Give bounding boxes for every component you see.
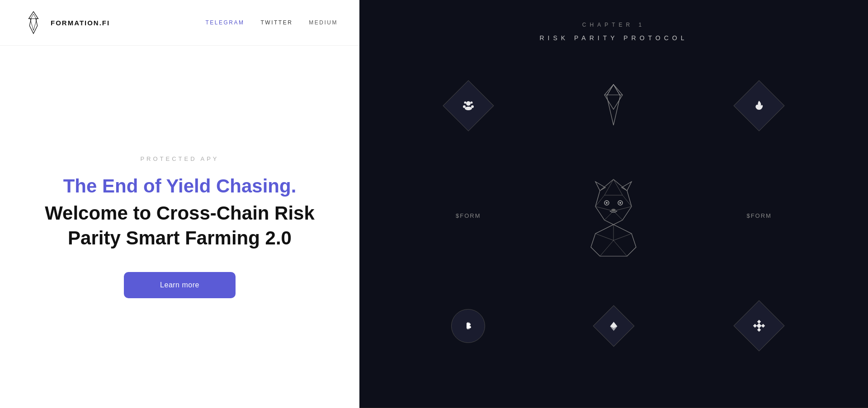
svg-line-12	[607, 84, 613, 96]
polkadot-icon-cell	[450, 88, 486, 124]
navbar: FORMATION.FI TELEGRAM TWITTER MEDIUM	[0, 0, 359, 46]
hero-subtitle: PROTECTED APY	[140, 155, 219, 162]
svg-line-33	[613, 234, 632, 240]
chapter-label: CHAPTER 1	[582, 22, 645, 28]
protocol-label: RISK PARITY PROTOCOL	[539, 34, 688, 42]
hero-title-black: Welcome to Cross-Chain Risk Parity Smart…	[18, 201, 341, 250]
svg-point-39	[619, 202, 621, 204]
form-label-right: $FORM	[746, 212, 772, 219]
svg-line-32	[595, 234, 613, 240]
svg-line-28	[604, 220, 613, 225]
binance-icon-cell	[741, 308, 777, 344]
svg-line-35	[613, 240, 627, 256]
logo-text: FORMATION.FI	[51, 19, 110, 27]
svg-marker-16	[622, 182, 632, 191]
form-label-left: $FORM	[456, 212, 481, 219]
left-panel: FORMATION.FI TELEGRAM TWITTER MEDIUM PRO…	[0, 0, 359, 408]
svg-marker-14	[595, 179, 632, 225]
binance-diamond	[734, 300, 785, 352]
logo-icon	[22, 11, 45, 34]
svg-marker-9	[607, 84, 620, 125]
svg-point-6	[471, 105, 474, 108]
polkadot-symbol	[462, 99, 475, 113]
bitcoin-icon-cell	[451, 309, 485, 343]
ignite-diamond	[734, 80, 785, 131]
learn-more-button[interactable]: Learn more	[124, 272, 236, 298]
svg-rect-51	[756, 323, 761, 328]
svg-point-5	[463, 105, 466, 108]
right-panel: CHAPTER 1 RISK PARITY PROTOCOL	[359, 0, 868, 408]
svg-point-3	[466, 101, 471, 106]
svg-point-8	[470, 101, 472, 103]
ethereum-diamond	[593, 305, 635, 347]
svg-line-18	[604, 179, 613, 195]
nav-twitter[interactable]: TWITTER	[261, 19, 293, 26]
token-grid: $FORM	[359, 42, 868, 408]
svg-rect-49	[761, 324, 765, 328]
ignite-icon-cell	[741, 88, 777, 124]
binance-symbol	[753, 319, 765, 332]
bear-icon	[573, 170, 654, 261]
svg-line-20	[613, 179, 627, 191]
svg-point-4	[465, 107, 472, 110]
hero-title-colored: The End of Yield Chasing.	[63, 175, 297, 197]
nav-medium[interactable]: MEDIUM	[309, 19, 338, 26]
polkadot-diamond	[443, 80, 494, 131]
svg-marker-15	[595, 182, 605, 191]
svg-line-19	[600, 179, 613, 191]
svg-line-29	[613, 220, 623, 225]
logo-area: FORMATION.FI	[22, 11, 110, 34]
nav-links: TELEGRAM TWITTER MEDIUM	[205, 19, 338, 26]
ignite-symbol	[753, 99, 765, 112]
svg-marker-1	[30, 14, 37, 30]
svg-line-17	[613, 179, 623, 195]
svg-line-13	[613, 84, 620, 96]
svg-point-40	[611, 209, 616, 211]
bear-container	[573, 170, 654, 261]
formation-crystal	[595, 82, 632, 127]
svg-rect-48	[753, 324, 757, 328]
svg-rect-47	[757, 320, 761, 324]
bitcoin-symbol	[461, 319, 476, 333]
hero-content: PROTECTED APY The End of Yield Chasing. …	[0, 46, 359, 408]
ethereum-symbol	[608, 320, 619, 331]
form-label-right-cell: $FORM	[746, 211, 772, 220]
form-label-left-cell: $FORM	[456, 211, 481, 220]
svg-point-7	[464, 101, 466, 103]
svg-rect-50	[757, 328, 761, 332]
svg-marker-45	[610, 321, 617, 328]
formation-crystal-cell	[595, 82, 632, 129]
bitcoin-circle	[451, 309, 485, 343]
svg-line-34	[600, 240, 613, 256]
ethereum-icon-cell	[599, 311, 628, 341]
nav-telegram[interactable]: TELEGRAM	[205, 19, 244, 26]
svg-point-38	[606, 202, 608, 204]
